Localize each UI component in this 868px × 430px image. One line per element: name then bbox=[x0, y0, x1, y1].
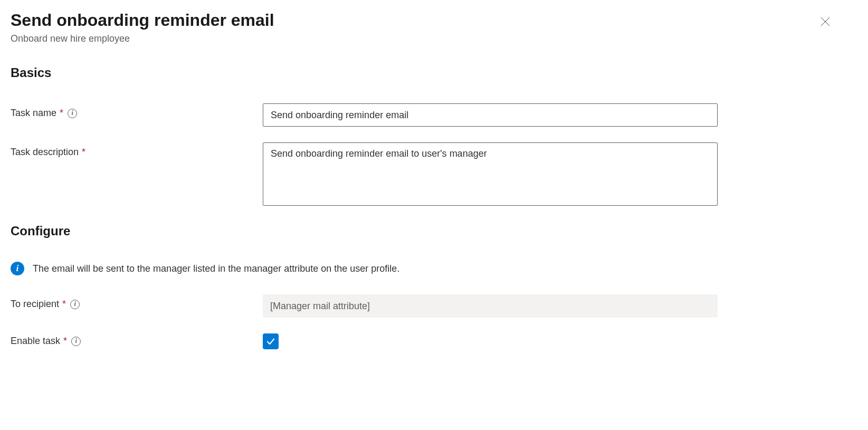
section-heading-basics: Basics bbox=[11, 65, 857, 80]
to-recipient-input bbox=[263, 294, 718, 318]
task-description-label: Task description bbox=[11, 147, 79, 158]
enable-task-label: Enable task bbox=[11, 336, 60, 347]
required-marker: * bbox=[62, 299, 66, 310]
info-message: The email will be sent to the manager li… bbox=[33, 263, 399, 274]
task-name-input[interactable] bbox=[263, 103, 718, 127]
info-icon-filled: i bbox=[11, 262, 24, 275]
required-marker: * bbox=[82, 147, 85, 158]
close-button[interactable] bbox=[818, 15, 832, 28]
check-icon bbox=[265, 336, 276, 347]
info-icon[interactable]: i bbox=[68, 109, 77, 118]
required-marker: * bbox=[60, 108, 63, 119]
task-name-label: Task name bbox=[11, 108, 56, 119]
page-subtitle: Onboard new hire employee bbox=[11, 33, 857, 44]
required-marker: * bbox=[63, 336, 67, 347]
enable-task-checkbox[interactable] bbox=[263, 333, 279, 349]
to-recipient-label: To recipient bbox=[11, 299, 59, 310]
info-icon[interactable]: i bbox=[70, 300, 80, 309]
task-description-input[interactable]: Send onboarding reminder email to user's… bbox=[263, 142, 718, 206]
info-icon[interactable]: i bbox=[71, 337, 81, 346]
page-title: Send onboarding reminder email bbox=[11, 11, 857, 30]
close-icon bbox=[819, 16, 831, 27]
section-heading-configure: Configure bbox=[11, 224, 857, 238]
